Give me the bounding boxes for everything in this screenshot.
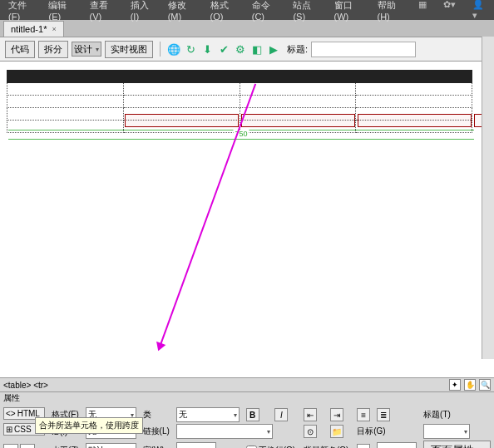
- pointer-tool-icon[interactable]: ✦: [449, 379, 461, 391]
- code-view-button[interactable]: 代码: [5, 41, 35, 58]
- code-icon: <>: [6, 409, 16, 418]
- ul-button[interactable]: ≡: [357, 408, 370, 421]
- menu-insert[interactable]: 插入(I): [126, 0, 161, 23]
- width-label: 宽(W): [143, 445, 171, 448]
- menu-modify[interactable]: 修改(M): [163, 0, 204, 23]
- menu-site[interactable]: 站点(S): [288, 0, 327, 23]
- link-select[interactable]: [176, 424, 273, 439]
- ruler-value: 750: [233, 130, 249, 138]
- nav-icon[interactable]: ⬇: [200, 42, 214, 56]
- split-cells-icon[interactable]: [20, 444, 35, 448]
- properties-panel-header[interactable]: 属性: [0, 391, 494, 404]
- bgcolor-input[interactable]: [377, 442, 417, 448]
- title-label: 标题:: [287, 43, 308, 56]
- menu-file[interactable]: 文件(F): [3, 0, 42, 23]
- menu-edit[interactable]: 编辑(E): [43, 0, 82, 23]
- link-label: 链接(L): [143, 426, 171, 437]
- selected-cell[interactable]: [125, 114, 239, 127]
- preview-icon[interactable]: ▶: [267, 42, 280, 56]
- refresh-icon[interactable]: ↻: [184, 42, 197, 56]
- title-input[interactable]: [311, 42, 416, 57]
- class-label: 类: [143, 409, 171, 421]
- bold-button[interactable]: B: [246, 408, 259, 421]
- layout-icon[interactable]: ▦: [413, 0, 432, 22]
- menu-view[interactable]: 查看(V): [85, 0, 124, 23]
- table-width-ruler: 750: [8, 130, 474, 140]
- color-swatch[interactable]: ▾: [357, 444, 370, 448]
- bgcolor-label: 背景颜色(G): [304, 445, 352, 448]
- horz-select[interactable]: 默认: [86, 443, 136, 448]
- search-icon[interactable]: 👤▾: [467, 0, 491, 22]
- class-select[interactable]: 无: [176, 407, 240, 422]
- table-row[interactable]: [7, 83, 472, 96]
- target-select[interactable]: [423, 424, 470, 439]
- selected-cell[interactable]: [241, 114, 355, 127]
- design-canvas[interactable]: 750: [0, 62, 494, 377]
- globe-icon[interactable]: 🌐: [167, 42, 180, 56]
- indent-button[interactable]: ⇥: [330, 408, 343, 421]
- split-view-button[interactable]: 拆分: [38, 41, 68, 58]
- document-tab-label: ntitled-1*: [11, 24, 47, 34]
- width-input[interactable]: [176, 442, 216, 448]
- horz-label: 水平(Z): [52, 445, 81, 448]
- italic-button[interactable]: I: [274, 408, 288, 421]
- live-view-button[interactable]: 实时视图: [105, 41, 153, 58]
- separator: [160, 42, 161, 57]
- selected-cell[interactable]: [358, 114, 472, 127]
- menu-command[interactable]: 命令(C): [247, 0, 287, 23]
- design-view-button[interactable]: 设计: [72, 42, 101, 57]
- document-tab[interactable]: ntitled-1* ×: [3, 21, 64, 37]
- browse-folder-icon[interactable]: 📁: [330, 425, 343, 438]
- outdent-button[interactable]: ⇤: [304, 408, 317, 421]
- hand-tool-icon[interactable]: ✋: [464, 379, 476, 391]
- point-to-file-icon[interactable]: ⊙: [304, 425, 317, 438]
- close-icon[interactable]: ×: [52, 25, 56, 33]
- merge-cells-tooltip: 合并所选单元格，使用跨度: [35, 417, 143, 434]
- visual-aids-icon[interactable]: ◧: [250, 42, 264, 56]
- ol-button[interactable]: ≣: [377, 408, 390, 421]
- table-row[interactable]: [7, 71, 472, 83]
- tag-selector-path[interactable]: <table> <tr>: [3, 381, 48, 390]
- zoom-tool-icon[interactable]: 🔍: [479, 379, 491, 391]
- menu-window[interactable]: 窗口(W): [329, 0, 371, 23]
- tag-selector-bar: <table> <tr> ✦ ✋ 🔍: [0, 377, 494, 391]
- check-icon[interactable]: ✔: [217, 42, 230, 56]
- view-toolbar: 代码 拆分 设计 实时视图 🌐 ↻ ⬇ ✔ ⚙ ◧ ▶ 标题:: [0, 37, 494, 62]
- nowrap-checkbox[interactable]: 不换行(O): [246, 445, 299, 448]
- menubar: 文件(F) 编辑(E) 查看(V) 插入(I) 修改(M) 格式(O) 命令(C…: [0, 0, 494, 20]
- table-row[interactable]: [7, 96, 472, 108]
- merge-cells-icon[interactable]: [3, 444, 18, 448]
- menu-help[interactable]: 帮助(H): [373, 0, 412, 23]
- vertical-scrollbar[interactable]: [482, 37, 494, 359]
- page-properties-button[interactable]: 页面属性...: [423, 441, 491, 448]
- menu-format[interactable]: 格式(O): [205, 0, 245, 23]
- target-label: 目标(G): [357, 426, 418, 437]
- gear-icon[interactable]: ✿▾: [438, 0, 461, 22]
- title-field-label: 标题(T): [423, 409, 477, 421]
- css-icon: ⊞: [6, 425, 12, 434]
- options-icon[interactable]: ⚙: [234, 42, 247, 56]
